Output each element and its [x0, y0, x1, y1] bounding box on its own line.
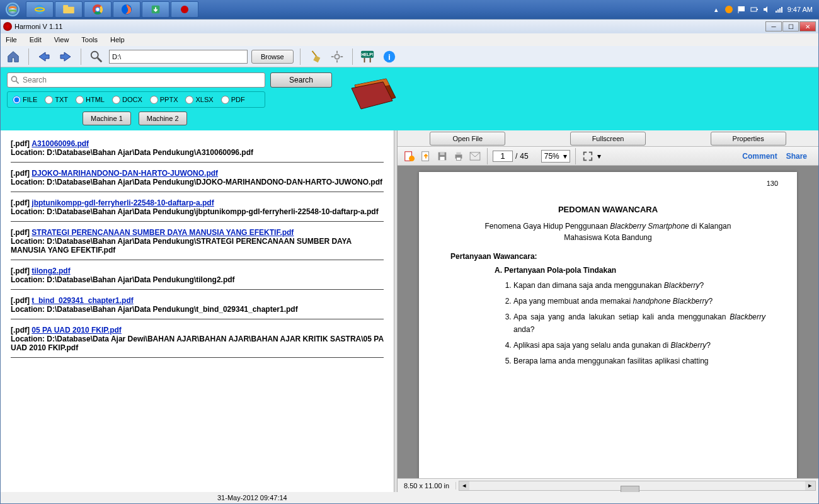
- forward-button[interactable]: [57, 48, 74, 66]
- pdf-q2: Apa yang membuat anda memakai handphone …: [513, 295, 765, 307]
- svg-rect-22: [781, 7, 782, 13]
- result-link[interactable]: jbptunikompp-gdl-ferryherli-22548-10-daf…: [32, 198, 214, 207]
- home-button[interactable]: [4, 48, 22, 66]
- task-idm-icon[interactable]: [142, 1, 169, 18]
- radio-pptx[interactable]: PPTX: [150, 96, 178, 104]
- svg-point-14: [725, 6, 733, 13]
- tray-volume-icon[interactable]: [762, 5, 771, 14]
- broom-icon[interactable]: [307, 48, 324, 66]
- tray-flag-icon[interactable]: [737, 5, 746, 14]
- task-firefox-icon[interactable]: [113, 1, 140, 18]
- result-link[interactable]: tilong2.pdf: [32, 266, 70, 275]
- svg-point-10: [96, 8, 99, 11]
- help-sign-icon[interactable]: HELP!: [359, 48, 377, 66]
- pdf-export-icon[interactable]: [419, 149, 433, 163]
- result-ext: [.pdf]: [11, 296, 30, 305]
- print-icon[interactable]: [452, 149, 466, 163]
- machine1-button[interactable]: Machine 1: [83, 112, 131, 125]
- svg-point-2: [35, 5, 44, 14]
- close-button[interactable]: ✕: [799, 21, 816, 32]
- svg-rect-21: [779, 8, 781, 13]
- svg-rect-5: [63, 5, 68, 8]
- radio-pdf[interactable]: PDF: [221, 96, 245, 104]
- radio-xlsx[interactable]: XLSX: [185, 96, 213, 104]
- menu-edit[interactable]: Edit: [27, 35, 44, 45]
- scroll-right-icon[interactable]: ▸: [805, 481, 815, 490]
- page-number-input[interactable]: [493, 151, 513, 162]
- fullscreen-button[interactable]: Fullscreen: [570, 132, 646, 146]
- pdf-page: 130 PEDOMAN WAWANCARA Fenomena Gaya Hidu…: [419, 172, 797, 478]
- result-ext: [.pdf]: [11, 139, 30, 148]
- pdf-q3: Apa saja yang anda lakukan setiap kali a…: [513, 311, 765, 335]
- radio-txt[interactable]: TXT: [45, 96, 68, 104]
- fit-dropdown-icon[interactable]: ▾: [597, 152, 601, 161]
- svg-rect-20: [777, 9, 779, 13]
- result-ext: [.pdf]: [11, 266, 30, 275]
- maximize-button[interactable]: ☐: [782, 21, 799, 32]
- scroll-thumb[interactable]: [621, 486, 639, 493]
- magnifier-icon[interactable]: [88, 48, 105, 66]
- browse-button[interactable]: Browse: [251, 50, 294, 64]
- tray-clock[interactable]: 9:47 AM: [788, 6, 813, 13]
- share-link[interactable]: Share: [786, 152, 807, 161]
- tray-shield-icon[interactable]: [724, 5, 733, 14]
- result-ext: [.pdf]: [11, 228, 30, 237]
- svg-point-23: [91, 51, 98, 58]
- properties-button[interactable]: Properties: [711, 132, 786, 146]
- menu-file[interactable]: File: [3, 35, 20, 45]
- system-tray: ▴ 9:47 AM: [712, 5, 819, 14]
- minimize-button[interactable]: ─: [765, 21, 782, 32]
- pdf-q1: Kapan dan dimana saja anda menggunakan B…: [513, 280, 765, 292]
- result-link[interactable]: DJOKO-MARIHANDONO-DAN-HARTO-JUWONO.pdf: [32, 169, 218, 178]
- task-harmoni-icon[interactable]: [171, 1, 198, 18]
- radio-docx[interactable]: DOCX: [112, 96, 142, 104]
- result-item: [.pdf] jbptunikompp-gdl-ferryherli-22548…: [11, 198, 384, 222]
- start-button[interactable]: [0, 0, 25, 19]
- menu-help[interactable]: Help: [108, 35, 127, 45]
- path-input[interactable]: [109, 50, 248, 64]
- search-button[interactable]: Search: [270, 72, 332, 88]
- open-file-button[interactable]: Open File: [430, 132, 505, 146]
- tray-network-icon[interactable]: [775, 5, 784, 14]
- tray-chevron-icon[interactable]: ▴: [712, 5, 721, 14]
- zoom-select[interactable]: 75%▾: [541, 150, 570, 163]
- svg-rect-43: [440, 152, 444, 155]
- menu-tools[interactable]: Tools: [79, 35, 100, 45]
- svg-point-37: [11, 76, 16, 81]
- pdf-subtitle-1: Fenomena Gaya Hidup Penggunaan Blackberr…: [450, 222, 765, 231]
- search-input[interactable]: [23, 76, 265, 84]
- svg-rect-19: [776, 11, 777, 13]
- result-link[interactable]: t_bind_029341_chapter1.pdf: [32, 296, 133, 305]
- pdf-viewport[interactable]: 130 PEDOMAN WAWANCARA Fenomena Gaya Hidu…: [398, 166, 818, 478]
- pdf-pagenum: 130: [767, 180, 778, 187]
- info-icon[interactable]: i: [381, 48, 398, 66]
- save-icon[interactable]: [435, 149, 449, 163]
- back-button[interactable]: [35, 48, 53, 66]
- result-link[interactable]: A310060096.pdf: [32, 139, 89, 148]
- result-item: [.pdf] DJOKO-MARIHANDONO-DAN-HARTO-JUWON…: [11, 169, 384, 192]
- svg-text:i: i: [388, 52, 391, 61]
- results-list[interactable]: [.pdf] A310060096.pdfLocation: D:\Databa…: [1, 130, 394, 492]
- result-link[interactable]: 05 PA UAD 2010 FKIP.pdf: [32, 326, 122, 335]
- task-ie-icon[interactable]: [26, 1, 54, 18]
- fit-icon[interactable]: [581, 149, 595, 163]
- gear-icon[interactable]: [328, 48, 346, 66]
- pdf-convert-icon[interactable]: [403, 149, 416, 163]
- result-link[interactable]: STRATEGI PERENCANAAN SUMBER DAYA MANUSIA…: [32, 228, 294, 237]
- task-chrome-icon[interactable]: [84, 1, 112, 18]
- tray-power-icon[interactable]: [750, 5, 759, 14]
- horizontal-scrollbar[interactable]: ◂ ▸: [459, 481, 816, 491]
- radio-html[interactable]: HTML: [76, 96, 105, 104]
- task-explorer-icon[interactable]: [55, 1, 83, 18]
- radio-file[interactable]: FILE: [13, 96, 37, 104]
- scroll-left-icon[interactable]: ◂: [459, 481, 469, 490]
- menu-view[interactable]: View: [52, 35, 72, 45]
- email-icon[interactable]: [468, 149, 482, 163]
- comment-link[interactable]: Comment: [742, 152, 777, 161]
- svg-text:HELP!: HELP!: [361, 52, 373, 57]
- svg-line-24: [98, 57, 101, 61]
- windows-taskbar: ▴ 9:47 AM: [0, 0, 819, 19]
- machine2-button[interactable]: Machine 2: [139, 112, 187, 125]
- title-bar[interactable]: Harmoni V 1.11 ─ ☐ ✕: [1, 20, 818, 33]
- svg-point-26: [335, 54, 339, 59]
